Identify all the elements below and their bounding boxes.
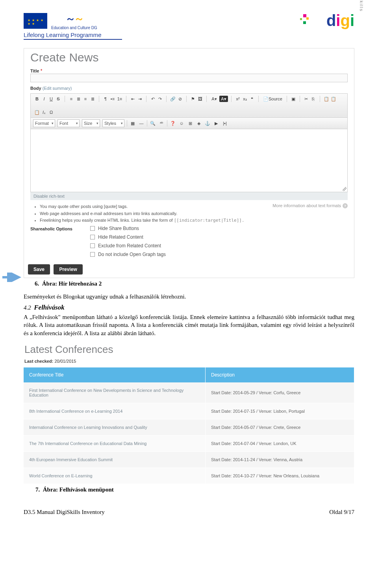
exclude-related-checkbox[interactable]: Exclude from Related Content [90,243,166,249]
subscript-icon[interactable]: x₂ [242,96,248,102]
font-dropdown[interactable]: Font [57,119,80,127]
iframe-icon[interactable]: ⊞ [187,120,193,126]
hide-related-checkbox[interactable]: Hide Related Content [90,234,166,240]
section-heading: 4.2 Felhívások [24,304,354,312]
paste-word-icon[interactable]: 📋 [34,109,40,115]
paste-text-icon[interactable]: 📋 [330,96,337,102]
title-field-label: Title [30,69,39,73]
flag-icon[interactable]: ⚑ [190,96,196,102]
conferences-table: Conference Title Description First Inter… [24,367,354,484]
table-row: The 7th International Conference on Educ… [24,436,354,452]
page-title: Create News [24,48,354,66]
hint-item: Web page addresses and e-mail addresses … [40,210,245,217]
search-icon[interactable]: 🔍 [150,120,156,126]
conf-desc: Start Date: 2014-07-15 / Venue: Lisbon, … [206,403,354,419]
strike-icon[interactable]: S [55,96,61,102]
copy-icon[interactable]: ⎘ [310,96,317,102]
col-desc: Description [206,367,354,382]
resize-grip-icon[interactable] [343,187,346,191]
table-icon[interactable]: ▦ [130,120,136,126]
footer-right: Oldal 9/17 [329,509,354,516]
div-icon[interactable]: ◈ [196,120,202,126]
number-list-icon[interactable]: 1≡ [117,96,123,102]
undo-icon[interactable]: ↶ [150,96,156,102]
conf-link[interactable]: First International Conference on New De… [24,382,206,403]
eu-flag-icon [24,13,47,29]
edit-summary-link[interactable]: (Edit summary) [43,86,72,91]
bgcolor-icon[interactable]: A▾ [219,96,228,102]
indent-icon[interactable]: ⇥ [137,96,143,102]
align-center-icon[interactable]: ≣ [75,96,82,102]
conferences-title: Latest Conferences [24,340,354,359]
preview-button[interactable]: Preview [54,264,82,275]
table-header-row: Conference Title Description [24,367,354,382]
table-row: World Conference on E-LearningStart Date… [24,468,354,484]
replace-icon[interactable]: ᵃᵇ [158,120,165,126]
hide-share-checkbox[interactable]: Hide Share Buttons [90,226,166,231]
footer-left: D3.5 Manual DigiSkills Inventory [24,509,105,516]
body-field-label: Body [30,86,41,91]
conf-link[interactable]: International Conference on Learning Inn… [24,419,206,436]
omega-icon[interactable]: Ω [48,109,54,115]
styles-dropdown[interactable]: Styles [102,119,124,127]
redo-icon[interactable]: ↷ [157,96,163,102]
eu-logo-block: ～～ Education and Culture DG Lifelong Lea… [24,12,122,40]
conf-desc: Start Date: 2014-05-07 / Venue: Crete, G… [206,419,354,436]
remove-format-icon[interactable]: Iₓ [41,109,47,115]
format-hints: You may quote other posts using [quote] … [24,200,354,226]
disable-richtext-link[interactable]: Disable rich-text [30,192,348,200]
body-editor[interactable] [30,129,348,192]
source-button[interactable]: 📄 Source [262,96,284,102]
hint-item: Freelinking helps you easily create HTML… [40,217,245,224]
figure6-caption: 6. Ábra: Hír létrehozása 2 [35,280,354,287]
title-input[interactable] [30,74,348,82]
save-button[interactable]: Save [28,264,50,275]
cut-icon[interactable]: ✂ [303,96,309,102]
break-icon[interactable]: |•| [222,120,228,126]
hr-icon[interactable]: — [138,120,145,126]
quote-icon[interactable]: ❝ [249,96,255,102]
col-title: Conference Title [24,367,206,382]
format-dropdown[interactable]: Format [33,119,55,127]
conf-link[interactable]: 8th International Conference on e-Learni… [24,403,206,419]
table-row: International Conference on Learning Inn… [24,419,354,436]
maximize-icon[interactable]: ▣ [290,96,296,102]
bold-icon[interactable]: B [34,96,40,102]
hint-item: You may quote other posts using [quote] … [40,203,245,210]
conf-desc: Start Date: 2014-05-29 / Venue: Corfu, G… [206,382,354,403]
paste-icon[interactable]: 📋 [323,96,330,102]
media-icon[interactable]: ▶ [213,120,219,126]
anchor-icon[interactable]: ⚓ [204,120,211,126]
unlink-icon[interactable]: ⊘ [177,96,183,102]
smiley-icon[interactable]: ☺ [178,120,185,126]
more-formats-link[interactable]: More information about text formats? [272,203,348,224]
conf-link[interactable]: 4th European Immersive Education Summit [24,452,206,468]
table-row: First International Conference on New De… [24,382,354,403]
align-justify-icon[interactable]: ≣ [89,96,96,102]
align-left-icon[interactable]: ≡ [68,96,74,102]
digiskills-logo: digi skills [307,12,354,46]
create-news-screenshot: Create News Title * Body (Edit summary) … [24,48,354,278]
no-og-checkbox[interactable]: Do not include Open Graph tags [90,252,166,257]
link-icon[interactable]: 🔗 [170,96,176,102]
body-paragraph: Eseményeket és Blogokat ugyanígy udnak a… [24,293,354,300]
align-right-icon[interactable]: ≡ [82,96,89,102]
help-badge-icon: ? [343,203,348,208]
image-icon[interactable]: 🖼 [197,96,203,102]
conf-desc: Start Date: 2014-10-27 / Venue: New Orle… [206,468,354,484]
superscript-icon[interactable]: x² [235,96,241,102]
conf-link[interactable]: The 7th International Conference on Educ… [24,436,206,452]
paragraph-icon[interactable]: ¶ [102,96,109,102]
swoosh-icon: ～～ [51,12,97,26]
required-marker: * [41,68,43,74]
outdent-icon[interactable]: ⇤ [130,96,136,102]
italic-icon[interactable]: I [41,96,47,102]
underline-icon[interactable]: U [48,96,54,102]
bullet-list-icon[interactable]: •≡ [109,96,116,102]
textcolor-icon[interactable]: A▾ [210,96,219,102]
skills-vertical-label: skills [359,0,364,12]
help-icon[interactable]: ❓ [170,120,176,126]
conf-link[interactable]: World Conference on E-Learning [24,468,206,484]
body-paragraph: A „Felhívások" menüpontban látható a köz… [24,313,354,337]
size-dropdown[interactable]: Size [82,119,100,127]
